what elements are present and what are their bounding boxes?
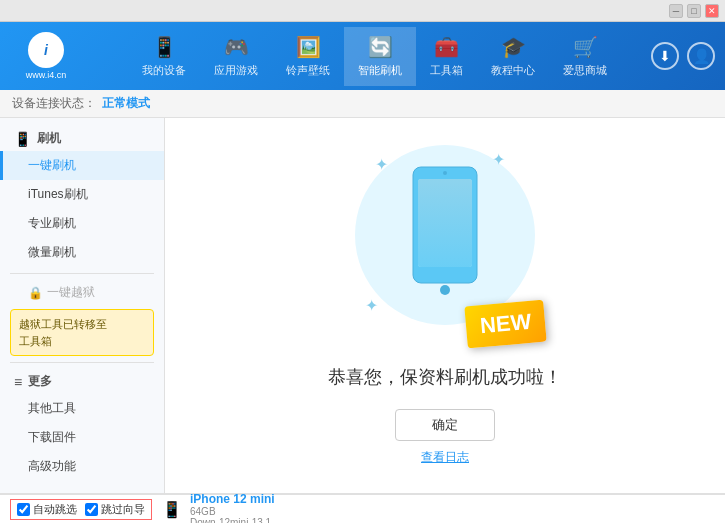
sidebar-item-advanced-label: 高级功能 <box>28 459 76 473</box>
sidebar-item-other-tools[interactable]: 其他工具 <box>0 394 164 423</box>
auto-jump-label: 自动跳选 <box>33 502 77 517</box>
nav-right-buttons: ⬇ 👤 <box>651 42 715 70</box>
logo-icon: i <box>28 32 64 68</box>
nav-wallpaper[interactable]: 🖼️ 铃声壁纸 <box>272 27 344 86</box>
logo: i www.i4.cn <box>10 32 82 80</box>
nav-tutorial[interactable]: 🎓 教程中心 <box>477 27 549 86</box>
nav-tutorial-label: 教程中心 <box>491 63 535 78</box>
download-button[interactable]: ⬇ <box>651 42 679 70</box>
nav-shop[interactable]: 🛒 爱思商城 <box>549 27 621 86</box>
status-bar: 设备连接状态： 正常模式 <box>0 90 725 118</box>
sidebar-item-jailbreak-label: 一键越狱 <box>47 284 95 301</box>
sidebar-divider-2 <box>10 362 154 363</box>
my-device-icon: 📱 <box>152 35 177 59</box>
nav-my-device-label: 我的设备 <box>142 63 186 78</box>
device-os: Down-12mini-13,1 <box>190 517 275 524</box>
nav-my-device[interactable]: 📱 我的设备 <box>128 27 200 86</box>
sparkle-2: ✦ <box>492 150 505 169</box>
auto-jump-checkbox[interactable] <box>17 503 30 516</box>
sidebar-item-download-firmware[interactable]: 下载固件 <box>0 423 164 452</box>
apps-games-icon: 🎮 <box>224 35 249 59</box>
svg-rect-4 <box>418 179 472 267</box>
nav-apps-games-label: 应用游戏 <box>214 63 258 78</box>
more-section-icon: ≡ <box>14 374 22 390</box>
shop-icon: 🛒 <box>573 35 598 59</box>
sidebar-item-one-click-flash-label: 一键刷机 <box>28 158 76 172</box>
auto-jump-checkbox-label[interactable]: 自动跳选 <box>17 502 77 517</box>
user-button[interactable]: 👤 <box>687 42 715 70</box>
sparkle-3: ✦ <box>365 296 378 315</box>
sidebar: 📱 刷机 一键刷机 iTunes刷机 专业刷机 微量刷机 🔒 一键越狱 越狱工具… <box>0 118 165 493</box>
confirm-button-label: 确定 <box>432 416 458 434</box>
sidebar-section-flash: 📱 刷机 <box>0 126 164 151</box>
nav-bar: 📱 我的设备 🎮 应用游戏 🖼️ 铃声壁纸 🔄 智能刷机 🧰 工具箱 🎓 教程中… <box>98 27 651 86</box>
bottom-left: 自动跳选 跳过向导 📱 iPhone 12 mini 64GB Down-12m… <box>10 492 275 524</box>
sidebar-item-itunes-flash-label: iTunes刷机 <box>28 187 88 201</box>
bottom-section: 自动跳选 跳过向导 📱 iPhone 12 mini 64GB Down-12m… <box>0 493 725 523</box>
minimize-button[interactable]: ─ <box>669 4 683 18</box>
status-value: 正常模式 <box>102 95 150 112</box>
sidebar-item-other-tools-label: 其他工具 <box>28 401 76 415</box>
header: i www.i4.cn 📱 我的设备 🎮 应用游戏 🖼️ 铃声壁纸 🔄 智能刷机… <box>0 22 725 90</box>
sidebar-info-box: 越狱工具已转移至 工具箱 <box>10 309 154 356</box>
title-bar: ─ □ ✕ <box>0 0 725 22</box>
nav-apps-games[interactable]: 🎮 应用游戏 <box>200 27 272 86</box>
content-area: ✦ ✦ ✦ <box>165 118 725 493</box>
nav-shop-label: 爱思商城 <box>563 63 607 78</box>
sidebar-item-advanced[interactable]: 高级功能 <box>0 452 164 481</box>
checkbox-container: 自动跳选 跳过向导 <box>10 499 152 520</box>
maximize-button[interactable]: □ <box>687 4 701 18</box>
confirm-button[interactable]: 确定 <box>395 409 495 441</box>
main-layout: 📱 刷机 一键刷机 iTunes刷机 专业刷机 微量刷机 🔒 一键越狱 越狱工具… <box>0 118 725 493</box>
phone-svg <box>405 165 485 305</box>
sidebar-info-text: 越狱工具已转移至 工具箱 <box>19 318 107 347</box>
nav-wallpaper-label: 铃声壁纸 <box>286 63 330 78</box>
toolbox-icon: 🧰 <box>434 35 459 59</box>
smart-flash-icon: 🔄 <box>368 35 393 59</box>
nav-toolbox-label: 工具箱 <box>430 63 463 78</box>
sidebar-item-data-flash[interactable]: 微量刷机 <box>0 238 164 267</box>
sidebar-item-one-click-flash[interactable]: 一键刷机 <box>0 151 164 180</box>
tutorial-icon: 🎓 <box>501 35 526 59</box>
close-button[interactable]: ✕ <box>705 4 719 18</box>
device-phone-icon: 📱 <box>162 500 182 519</box>
sidebar-item-data-flash-label: 微量刷机 <box>28 245 76 259</box>
phone-illustration: ✦ ✦ ✦ <box>355 145 535 345</box>
sidebar-divider-1 <box>10 273 154 274</box>
sidebar-item-jailbreak-disabled: 🔒 一键越狱 <box>0 280 164 305</box>
sidebar-section-more: ≡ 更多 <box>0 369 164 394</box>
sidebar-item-download-firmware-label: 下载固件 <box>28 430 76 444</box>
sparkle-1: ✦ <box>375 155 388 174</box>
flash-section-icon: 📱 <box>14 131 31 147</box>
skip-wizard-checkbox[interactable] <box>85 503 98 516</box>
sidebar-item-itunes-flash[interactable]: iTunes刷机 <box>0 180 164 209</box>
skip-wizard-label: 跳过向导 <box>101 502 145 517</box>
device-info: 📱 iPhone 12 mini 64GB Down-12mini-13,1 <box>162 492 275 524</box>
nav-toolbox[interactable]: 🧰 工具箱 <box>416 27 477 86</box>
device-name: iPhone 12 mini <box>190 492 275 506</box>
device-storage: 64GB <box>190 506 275 517</box>
lock-icon: 🔒 <box>28 286 43 300</box>
daily-log-link[interactable]: 查看日志 <box>421 449 469 466</box>
logo-subtitle: www.i4.cn <box>26 70 67 80</box>
status-label: 设备连接状态： <box>12 95 96 112</box>
sidebar-section-flash-label: 刷机 <box>37 130 61 147</box>
new-badge-text: NEW <box>479 309 532 338</box>
sidebar-item-pro-flash-label: 专业刷机 <box>28 216 76 230</box>
sidebar-item-pro-flash[interactable]: 专业刷机 <box>0 209 164 238</box>
wallpaper-icon: 🖼️ <box>296 35 321 59</box>
nav-smart-flash[interactable]: 🔄 智能刷机 <box>344 27 416 86</box>
skip-wizard-checkbox-label[interactable]: 跳过向导 <box>85 502 145 517</box>
new-badge: NEW <box>464 300 547 349</box>
sidebar-section-more-label: 更多 <box>28 373 52 390</box>
device-details: iPhone 12 mini 64GB Down-12mini-13,1 <box>190 492 275 524</box>
success-message: 恭喜您，保资料刷机成功啦！ <box>328 365 562 389</box>
window-controls: ─ □ ✕ <box>669 4 719 18</box>
nav-smart-flash-label: 智能刷机 <box>358 63 402 78</box>
svg-point-2 <box>440 285 450 295</box>
svg-point-3 <box>443 171 447 175</box>
